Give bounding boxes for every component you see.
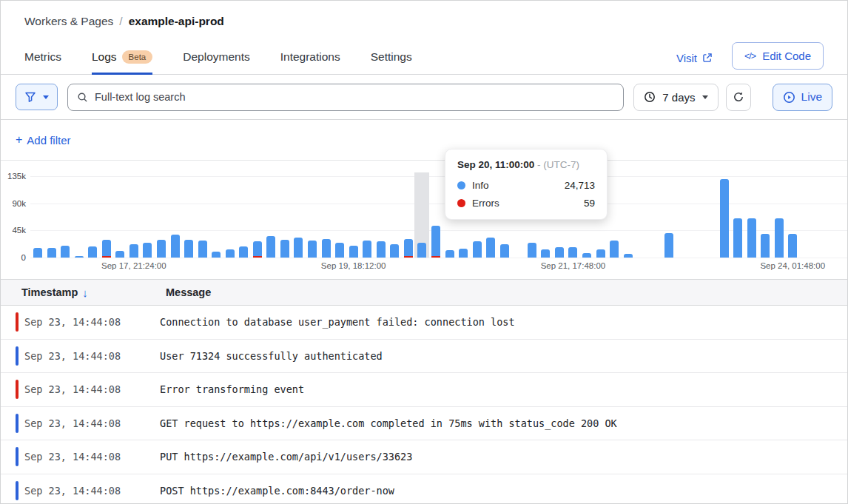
chart-bar[interactable] — [555, 247, 564, 258]
chart-bar[interactable] — [568, 247, 577, 258]
tab-logs[interactable]: LogsBeta — [92, 41, 152, 74]
chart-bar[interactable] — [747, 218, 756, 258]
chart-bar[interactable] — [404, 239, 413, 258]
bar-info-segment — [171, 235, 180, 258]
log-timestamp: Sep 23, 14:44:08 — [18, 383, 160, 395]
chart-bar[interactable] — [61, 246, 70, 258]
tab-deployments[interactable]: Deployments — [183, 41, 249, 74]
chart-bar[interactable] — [88, 246, 97, 258]
chart-bar[interactable] — [198, 241, 207, 258]
y-axis-tick: 90k — [1, 199, 26, 208]
edit-code-label: Edit Code — [762, 50, 811, 62]
chart-bar[interactable] — [184, 240, 193, 258]
bar-errors-segment — [102, 256, 111, 258]
chart-bar[interactable] — [335, 243, 344, 258]
log-row[interactable]: Sep 23, 14:44:08POST https://example.com… — [1, 474, 847, 504]
bar-info-segment — [459, 249, 468, 258]
tab-settings[interactable]: Settings — [371, 41, 412, 74]
chart-bar[interactable] — [212, 252, 221, 258]
tab-metrics[interactable]: Metrics — [24, 41, 61, 74]
chart-bar[interactable] — [390, 244, 399, 258]
visit-link[interactable]: Visit — [676, 52, 713, 64]
tab-integrations[interactable]: Integrations — [280, 41, 340, 74]
chart-bar[interactable] — [143, 243, 152, 258]
chart-bar[interactable] — [253, 241, 262, 258]
chart-bar[interactable] — [720, 179, 729, 258]
bar-info-segment — [266, 236, 275, 258]
bar-info-segment — [486, 238, 495, 258]
log-row[interactable]: Sep 23, 14:44:08GET request to https://e… — [1, 407, 847, 441]
chart-bar[interactable] — [528, 243, 536, 258]
chart-bar[interactable] — [610, 241, 619, 258]
timestamp-column-header[interactable]: Timestamp ↓ — [1, 286, 166, 299]
live-button[interactable]: Live — [773, 84, 832, 111]
chart-bar[interactable] — [377, 241, 386, 258]
chart-bar[interactable] — [115, 251, 124, 258]
filter-bar: 7 days Live — [1, 75, 847, 120]
chart-bar[interactable] — [733, 218, 742, 258]
refresh-button[interactable] — [726, 84, 751, 111]
time-range-dropdown[interactable]: 7 days — [633, 84, 718, 111]
chart-bar[interactable] — [500, 244, 509, 258]
chart-bar[interactable] — [226, 249, 235, 258]
x-axis-tick: Sep 24, 01:48:00 — [760, 261, 825, 270]
chart-bar[interactable] — [775, 218, 784, 258]
chart-bar[interactable] — [761, 234, 770, 258]
chart-bar[interactable] — [47, 248, 56, 258]
errors-dot-icon — [457, 199, 465, 207]
chart-bar[interactable] — [582, 253, 591, 258]
chart-bar[interactable] — [102, 240, 111, 258]
log-message: PUT https://example.com/api/v1/users/336… — [160, 451, 412, 463]
add-filter-label: Add filter — [27, 134, 70, 147]
chart-bar[interactable] — [596, 249, 605, 258]
chart-bar[interactable] — [349, 246, 358, 258]
chart-bar[interactable] — [157, 240, 166, 258]
chart-bar[interactable] — [280, 240, 289, 258]
chart-bar[interactable] — [788, 234, 797, 258]
chart-bar[interactable] — [266, 236, 275, 258]
filter-button[interactable] — [16, 84, 58, 110]
chart-bar[interactable] — [322, 239, 331, 258]
time-range-label: 7 days — [662, 91, 695, 104]
chart-bar[interactable] — [664, 233, 673, 258]
chart-bar[interactable] — [239, 246, 248, 258]
log-message: POST https://example.com:8443/order-now — [160, 485, 394, 497]
chart-bar[interactable] — [33, 248, 42, 258]
log-row[interactable]: Sep 23, 14:44:08Connection to database u… — [1, 306, 847, 340]
chart-bar[interactable] — [541, 249, 550, 258]
bar-info-segment — [239, 246, 248, 258]
message-column-header: Message — [166, 286, 211, 298]
chart-bar[interactable] — [486, 238, 495, 258]
chart-bar[interactable] — [75, 256, 84, 258]
chevron-down-icon — [702, 95, 708, 99]
chart-bar[interactable] — [431, 226, 440, 258]
breadcrumb-section[interactable]: Workers & Pages — [24, 15, 113, 28]
chart-bar[interactable] — [445, 250, 454, 258]
chart-bar[interactable] — [129, 244, 138, 258]
chevron-down-icon — [43, 95, 49, 99]
log-row[interactable]: Sep 23, 14:44:08User 71324 successfully … — [1, 340, 847, 374]
chart-bar[interactable] — [473, 241, 482, 258]
edit-code-button[interactable]: </> Edit Code — [732, 42, 824, 70]
chart-bar[interactable] — [363, 241, 371, 258]
breadcrumb: Workers & Pages / example-api-prod — [24, 15, 824, 28]
chart-bar[interactable] — [459, 249, 468, 258]
bar-info-segment — [157, 240, 166, 258]
chart-bar[interactable] — [171, 235, 180, 258]
log-row[interactable]: Sep 23, 14:44:08Error transforming event — [1, 373, 847, 407]
bar-info-segment — [129, 244, 138, 258]
bar-info-segment — [445, 250, 454, 258]
log-row[interactable]: Sep 23, 14:44:08PUT https://example.com/… — [1, 440, 847, 474]
add-filter-button[interactable]: + Add filter — [16, 133, 71, 147]
chart-bar[interactable] — [417, 243, 426, 258]
search-input[interactable] — [95, 91, 614, 103]
log-table-body: Sep 23, 14:44:08Connection to database u… — [1, 306, 847, 504]
bar-info-segment — [761, 234, 770, 258]
play-circle-icon — [783, 91, 795, 104]
tooltip-row: Info24,713 — [457, 180, 595, 191]
chart-bar[interactable] — [308, 241, 317, 258]
chart-bar[interactable] — [294, 238, 303, 258]
bar-info-segment — [596, 249, 605, 258]
tab-label: Metrics — [24, 50, 61, 64]
chart-bar[interactable] — [624, 254, 633, 258]
